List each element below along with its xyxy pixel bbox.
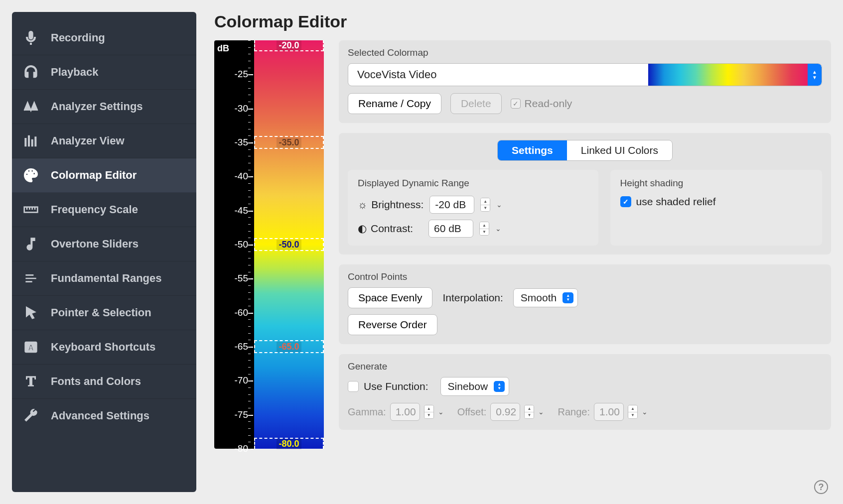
offset-input: 0.92 <box>490 403 520 421</box>
svg-text:T: T <box>26 374 36 389</box>
note-icon <box>23 236 39 252</box>
help-button[interactable]: ? <box>814 480 828 494</box>
tick-marks <box>248 40 254 449</box>
sun-icon: ☼ <box>358 199 367 211</box>
offset-stepper: ▲▼ <box>524 405 534 419</box>
microphone-icon <box>23 30 39 46</box>
wrench-icon <box>23 408 39 424</box>
use-function-label: Use Function: <box>364 380 428 392</box>
control-points-panel: Control Points Space Evenly Interpolatio… <box>339 264 831 344</box>
dynamic-range-group: Displayed Dynamic Range ☼ Brightness: -2… <box>348 170 598 246</box>
chevron-down-icon[interactable]: ⌄ <box>495 225 501 233</box>
sidebar-item-overtone-sliders[interactable]: Overtone Sliders <box>12 227 196 261</box>
gamma-stepper: ▲▼ <box>424 405 434 419</box>
sidebar-item-label: Advanced Settings <box>51 409 149 422</box>
colormap-preview-swatch <box>648 64 808 86</box>
sidebar-item-advanced-settings[interactable]: Advanced Settings <box>12 399 196 433</box>
reverse-order-button[interactable]: Reverse Order <box>348 314 437 335</box>
colormap-preview-bar[interactable]: dB -25-30-35-40-45-50-55-60-65-70-75-80 … <box>214 40 324 449</box>
sidebar-item-label: Frequency Scale <box>51 203 138 216</box>
ruler-icon <box>23 202 39 218</box>
sidebar-item-frequency-scale[interactable]: Frequency Scale <box>12 193 196 227</box>
sidebar-item-label: Overtone Sliders <box>51 238 139 251</box>
contrast-stepper[interactable]: ▲▼ <box>479 222 489 236</box>
chevron-down-icon: ⌄ <box>438 408 444 416</box>
colormap-select[interactable]: VoceVista Video ▲▼ <box>348 63 822 86</box>
chevron-updown-icon: ▲▼ <box>494 381 505 392</box>
sidebar-item-keyboard-shortcuts[interactable]: A Keyboard Shortcuts <box>12 330 196 365</box>
gradient-strip <box>254 40 324 449</box>
selected-colormap-panel: Selected Colormap VoceVista Video ▲▼ Ren… <box>339 40 831 123</box>
contrast-input[interactable]: 60 dB <box>428 220 473 238</box>
sidebar-item-label: Colormap Editor <box>51 169 137 182</box>
sidebar-item-colormap-editor[interactable]: Colormap Editor <box>12 158 196 193</box>
lines-icon <box>23 270 39 286</box>
chevron-down-icon: ⌄ <box>642 408 648 416</box>
use-shaded-relief-label: use shaded relief <box>636 196 716 208</box>
tab-linked-ui-colors[interactable]: Linked UI Colors <box>567 140 672 160</box>
function-value: Sinebow <box>448 380 488 392</box>
wave-icon <box>23 99 39 115</box>
sidebar-item-recording[interactable]: Recording <box>12 21 196 55</box>
sidebar-item-label: Analyzer View <box>51 134 125 147</box>
interpolation-select[interactable]: Smooth ▲▼ <box>513 288 578 307</box>
tick-labels: -25-30-35-40-45-50-55-60-65-70-75-80 <box>221 40 248 449</box>
chevron-updown-icon: ▲▼ <box>562 292 573 303</box>
brightness-label: ☼ Brightness: <box>358 199 423 211</box>
sidebar-item-label: Playback <box>51 66 98 79</box>
brightness-input[interactable]: -20 dB <box>429 196 474 214</box>
function-select[interactable]: Sinebow ▲▼ <box>440 377 510 396</box>
text-t-icon: T <box>23 374 39 389</box>
space-evenly-button[interactable]: Space Evenly <box>348 287 432 308</box>
gamma-input: 1.00 <box>390 403 420 421</box>
generate-title: Generate <box>348 361 822 372</box>
sidebar-item-label: Fundamental Ranges <box>51 272 161 285</box>
height-shading-title: Height shading <box>620 178 812 189</box>
height-shading-group: Height shading ✓ use shaded relief <box>610 170 822 246</box>
checkbox-empty-icon <box>348 381 359 392</box>
generate-panel: Generate Use Function: Sinebow ▲▼ Gamma: <box>339 354 831 430</box>
tab-settings[interactable]: Settings <box>498 140 567 160</box>
offset-label: Offset: <box>457 406 487 418</box>
sidebar: Recording Playback Analyzer Settings Ana… <box>12 12 196 492</box>
chevron-updown-icon: ▲▼ <box>808 64 822 86</box>
sidebar-item-fonts-colors[interactable]: T Fonts and Colors <box>12 365 196 399</box>
checkmark-icon: ✓ <box>511 99 521 109</box>
gamma-label: Gamma: <box>348 406 386 418</box>
sidebar-item-label: Analyzer Settings <box>51 100 143 113</box>
range-stepper: ▲▼ <box>628 405 638 419</box>
page-title: Colormap Editor <box>214 12 831 31</box>
contrast-label: ◐ Contrast: <box>358 223 422 235</box>
use-function-checkbox[interactable]: Use Function: <box>348 380 428 392</box>
sidebar-item-label: Fonts and Colors <box>51 375 141 388</box>
sidebar-item-label: Recording <box>51 31 105 44</box>
sidebar-item-fundamental-ranges[interactable]: Fundamental Ranges <box>12 261 196 296</box>
chevron-down-icon: ⌄ <box>538 408 544 416</box>
sidebar-item-pointer-selection[interactable]: Pointer & Selection <box>12 296 196 330</box>
brightness-stepper[interactable]: ▲▼ <box>480 198 490 212</box>
sidebar-item-analyzer-settings[interactable]: Analyzer Settings <box>12 90 196 124</box>
readonly-label: Read-only <box>525 98 572 110</box>
palette-icon <box>23 167 39 183</box>
tab-group: Settings Linked UI Colors <box>497 140 673 161</box>
rename-copy-button[interactable]: Rename / Copy <box>348 93 441 114</box>
key-a-icon: A <box>23 339 39 355</box>
bars-icon <box>23 133 39 149</box>
sidebar-item-analyzer-view[interactable]: Analyzer View <box>12 124 196 158</box>
settings-panel: Settings Linked UI Colors Displayed Dyna… <box>339 133 831 254</box>
colormap-name: VoceVista Video <box>348 68 648 81</box>
use-shaded-relief-checkbox[interactable]: ✓ use shaded relief <box>620 196 812 208</box>
contrast-icon: ◐ <box>358 223 367 235</box>
sidebar-item-playback[interactable]: Playback <box>12 55 196 90</box>
chevron-down-icon[interactable]: ⌄ <box>496 201 502 209</box>
interpolation-label: Interpolation: <box>442 292 503 304</box>
dynamic-range-title: Displayed Dynamic Range <box>358 178 588 189</box>
interpolation-value: Smooth <box>521 292 557 304</box>
control-points-title: Control Points <box>348 271 822 282</box>
range-input: 1.00 <box>594 403 624 421</box>
range-label: Range: <box>558 406 590 418</box>
delete-button: Delete <box>450 93 502 114</box>
pointer-icon <box>23 305 39 321</box>
readonly-checkbox: ✓ Read-only <box>511 98 572 110</box>
headphones-icon <box>23 64 39 80</box>
